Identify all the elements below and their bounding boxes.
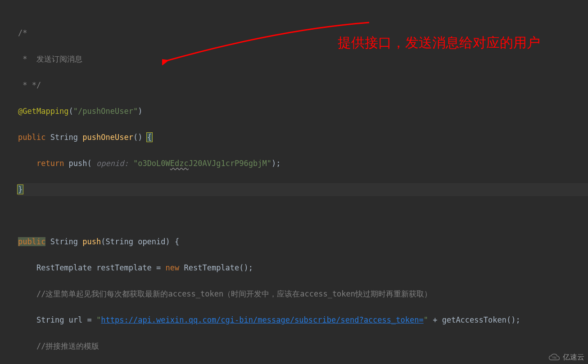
string: "/pushOneUser" xyxy=(73,107,138,116)
comment: /* xyxy=(18,28,27,37)
annotation-label: 提供接口，发送消息给对应的用户 xyxy=(338,34,540,52)
brace: } xyxy=(17,184,23,194)
code-text: RestTemplate(); xyxy=(179,263,253,272)
keyword: return xyxy=(36,159,64,168)
code-text: () xyxy=(133,133,147,142)
keyword: new xyxy=(166,263,180,272)
code-text: String xyxy=(45,237,82,246)
code-text: RestTemplate restTemplate = xyxy=(36,263,166,272)
string: "o3DoL0W xyxy=(133,159,170,168)
brace: { xyxy=(146,132,153,142)
comment: //这里简单起见我们每次都获取最新的access_token（时间开发中，应该在… xyxy=(36,289,432,298)
string: Edzc xyxy=(170,159,189,168)
code-text: (String openid) { xyxy=(101,237,179,246)
string: J20AVJg1crP96gbjM" xyxy=(189,159,271,168)
code-text: ) xyxy=(138,107,142,116)
param-hint: openid: xyxy=(92,159,133,168)
url-link[interactable]: https://api.weixin.qq.com/cgi-bin/messag… xyxy=(101,315,423,324)
code-text: String xyxy=(45,133,82,142)
method: push xyxy=(82,237,101,246)
code-text: ( xyxy=(69,107,73,116)
annotation: @GetMapping xyxy=(18,107,69,116)
comment: * */ xyxy=(18,81,41,90)
comment: * 发送订阅消息 xyxy=(18,54,82,63)
method: pushOneUser xyxy=(82,133,133,142)
keyword: public xyxy=(18,237,45,246)
comment: //拼接推送的模版 xyxy=(36,342,99,351)
svg-text:Yis: Yis xyxy=(552,355,556,360)
code-text: ); xyxy=(271,159,280,168)
code-text: push( xyxy=(64,159,91,168)
watermark: Yis 亿速云 xyxy=(548,353,584,362)
keyword: public xyxy=(18,133,45,142)
watermark-text: 亿速云 xyxy=(563,353,584,362)
cloud-icon: Yis xyxy=(548,353,560,362)
code-editor[interactable]: /* * 发送订阅消息 * */ @GetMapping("/pushOneUs… xyxy=(0,0,588,364)
string: " xyxy=(96,315,101,324)
code-text: String url = xyxy=(36,315,96,324)
code-text: + getAccessToken(); xyxy=(428,315,520,324)
string: " xyxy=(424,315,428,324)
